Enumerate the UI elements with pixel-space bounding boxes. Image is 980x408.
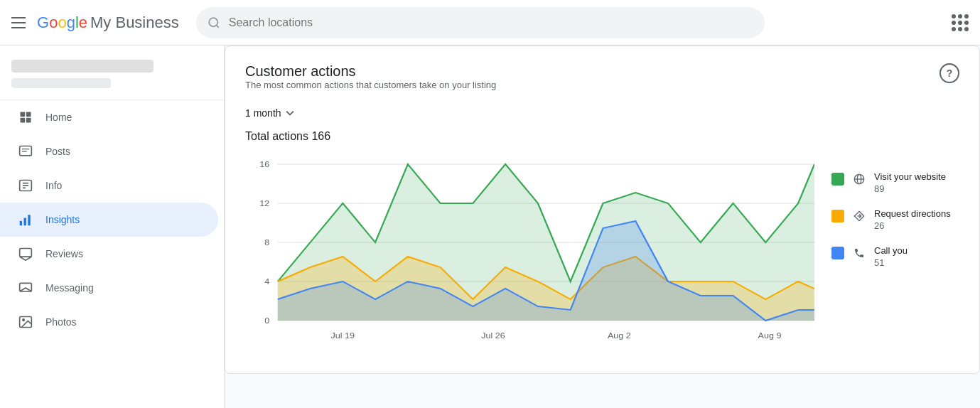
sidebar-messaging-label: Messaging [45, 282, 94, 294]
globe-icon [853, 173, 866, 186]
legend-color-directions [831, 210, 844, 222]
time-filter-label: 1 month [245, 107, 281, 119]
card-header: Customer actions The most common actions… [245, 63, 959, 104]
svg-text:Aug 2: Aug 2 [608, 331, 631, 340]
card-subtitle: The most common actions that customers t… [245, 80, 496, 90]
svg-rect-15 [28, 215, 30, 225]
total-actions: Total actions 166 [245, 130, 959, 143]
insights-icon [17, 211, 34, 228]
search-icon [208, 16, 220, 29]
search-bar[interactable] [196, 7, 765, 38]
svg-text:Aug 9: Aug 9 [758, 331, 782, 340]
customer-actions-card: Customer actions The most common actions… [225, 45, 980, 374]
directions-icon [853, 210, 866, 222]
legend-text-website: Visit your website 89 [874, 171, 946, 194]
time-filter[interactable]: 1 month [245, 107, 959, 119]
main-content: Customer actions The most common actions… [225, 45, 980, 408]
svg-text:0: 0 [264, 316, 269, 326]
svg-rect-4 [21, 118, 26, 123]
sidebar-item-photos[interactable]: Photos [0, 305, 218, 339]
card-title: Customer actions [245, 63, 496, 80]
profile-name-blur [11, 60, 154, 73]
sidebar-info-label: Info [45, 180, 62, 191]
svg-text:Jul 19: Jul 19 [331, 331, 355, 340]
svg-rect-13 [20, 221, 22, 226]
logo-text: My Business [90, 14, 179, 32]
svg-rect-6 [20, 146, 32, 156]
legend-item-call: Call you 51 [831, 245, 959, 268]
sidebar-reviews-label: Reviews [45, 248, 83, 259]
sidebar-insights-label: Insights [45, 214, 80, 225]
info-icon [17, 177, 34, 194]
sidebar: Home Posts Info Insights Reviews [0, 45, 225, 408]
sidebar-posts-label: Posts [45, 146, 70, 157]
header: Google My Business [0, 0, 980, 45]
card-title-area: Customer actions The most common actions… [245, 63, 496, 104]
svg-text:12: 12 [259, 199, 269, 208]
grid-icon[interactable] [935, 14, 969, 31]
chart-container: 16 12 8 4 0 [245, 157, 814, 356]
help-icon[interactable]: ? [939, 63, 959, 83]
chart-area: 16 12 8 4 0 [245, 157, 959, 356]
search-input[interactable] [229, 16, 753, 29]
svg-text:4: 4 [264, 277, 269, 286]
legend-text-call: Call you 51 [874, 245, 908, 268]
home-icon [17, 109, 34, 126]
posts-icon [17, 143, 34, 160]
chart-legend: Visit your website 89 Request directions… [831, 157, 959, 356]
svg-rect-3 [26, 112, 31, 117]
svg-point-0 [209, 18, 217, 26]
svg-rect-2 [21, 112, 26, 117]
sidebar-item-messaging[interactable]: Messaging [0, 271, 218, 305]
svg-rect-5 [26, 118, 31, 123]
legend-item-website: Visit your website 89 [831, 171, 959, 194]
sidebar-item-info[interactable]: Info [0, 168, 218, 203]
sidebar-photos-label: Photos [45, 316, 77, 328]
photos-icon [17, 313, 34, 331]
hamburger-icon[interactable] [11, 17, 26, 28]
logo: Google My Business [37, 14, 179, 32]
legend-color-call [831, 247, 844, 259]
svg-rect-14 [24, 218, 26, 226]
svg-text:Jul 26: Jul 26 [481, 331, 505, 340]
svg-text:16: 16 [259, 160, 269, 169]
chevron-down-icon [286, 109, 294, 117]
svg-rect-16 [20, 249, 32, 257]
messaging-icon [17, 279, 34, 296]
svg-line-1 [216, 25, 218, 27]
sidebar-item-home[interactable]: Home [0, 100, 218, 134]
svg-text:8: 8 [264, 238, 269, 247]
sidebar-profile [0, 45, 224, 100]
legend-text-directions: Request directions 26 [874, 208, 951, 231]
sidebar-item-insights[interactable]: Insights [0, 203, 218, 237]
legend-color-website [831, 173, 844, 186]
phone-icon [853, 247, 866, 259]
sidebar-item-reviews[interactable]: Reviews [0, 237, 218, 271]
chart-svg: 16 12 8 4 0 [245, 157, 814, 356]
profile-sub-blur [11, 78, 111, 88]
sidebar-item-posts[interactable]: Posts [0, 134, 218, 168]
svg-point-19 [23, 319, 24, 321]
sidebar-home-label: Home [45, 112, 72, 123]
reviews-icon [17, 245, 34, 262]
legend-item-directions: Request directions 26 [831, 208, 959, 231]
body: Home Posts Info Insights Reviews [0, 45, 980, 408]
